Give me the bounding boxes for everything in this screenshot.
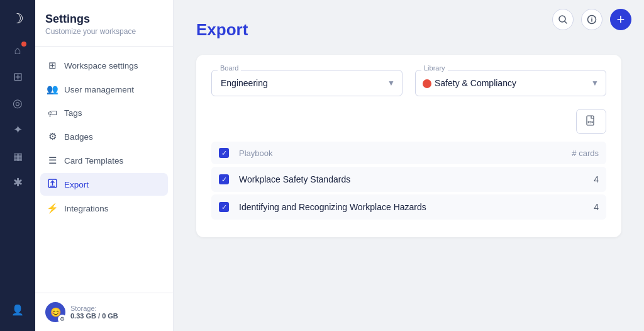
export-card: Board Engineering Marketing Product Desi…	[196, 55, 621, 237]
search-button[interactable]	[552, 9, 574, 30]
users-icon: 👥	[47, 84, 58, 95]
nav-home[interactable]: ⌂	[6, 39, 29, 62]
header-playbook: Playbook	[239, 149, 548, 158]
sidebar-item-tags[interactable]: 🏷 Tags	[40, 102, 168, 124]
row-checkbox-2[interactable]: ✓	[219, 202, 229, 212]
nav-settings-user[interactable]: 👤	[6, 298, 29, 321]
library-label: Library	[421, 64, 448, 72]
sidebar-item-label-users: User management	[64, 85, 134, 94]
table-row: ✓ Identifying and Recognizing Workplace …	[211, 194, 606, 220]
library-select[interactable]: Safety & Compliancy HR Policies Onboardi…	[415, 70, 606, 96]
avatar-gear-icon: ⚙	[58, 315, 67, 323]
sidebar-header: Settings Customize your workspace	[35, 0, 173, 47]
app-logo[interactable]: ☽	[6, 8, 29, 30]
row-check-1[interactable]: ✓	[219, 174, 239, 184]
sidebar-item-workspace[interactable]: ⊞ Workspace settings	[40, 54, 168, 77]
pdf-button-row: PDF	[211, 109, 606, 134]
pdf-export-button[interactable]: PDF	[576, 109, 606, 134]
badges-icon: ⚙	[47, 131, 58, 142]
sidebar-item-label-integrations: Integrations	[64, 204, 109, 213]
header-check-col: ✓	[219, 148, 239, 158]
nav-chart[interactable]: ▦	[6, 145, 29, 167]
sidebar-item-label-workspace: Workspace settings	[64, 61, 138, 70]
row-name-2: Identifying and Recognizing Workplace Ha…	[239, 202, 548, 212]
add-button[interactable]: +	[610, 9, 631, 30]
select-all-checkbox[interactable]: ✓	[219, 148, 229, 158]
row-name-1: Workplace Safety Standards	[239, 174, 548, 184]
svg-text:PDF: PDF	[588, 121, 594, 124]
tags-icon: 🏷	[47, 108, 58, 118]
header-cards: # cards	[548, 149, 599, 158]
user-avatar[interactable]: 😊 ⚙	[45, 302, 65, 322]
sidebar: Settings Customize your workspace ⊞ Work…	[35, 0, 174, 331]
sidebar-item-label-card-templates: Card Templates	[64, 156, 123, 166]
nav-circle[interactable]: ◎	[6, 92, 29, 115]
sidebar-item-users[interactable]: 👥 User management	[40, 78, 168, 101]
sidebar-subtitle: Customize your workspace	[45, 27, 163, 36]
nav-grid[interactable]: ⊞	[6, 65, 29, 88]
sidebar-item-card-templates[interactable]: ☰ Card Templates	[40, 149, 168, 172]
sidebar-item-label-export: Export	[64, 180, 89, 189]
workspace-icon: ⊞	[47, 60, 58, 71]
sidebar-item-badges[interactable]: ⚙ Badges	[40, 125, 168, 148]
notification-dot	[21, 42, 26, 47]
board-dropdown-group: Board Engineering Marketing Product Desi…	[211, 70, 402, 96]
content-wrapper: + Export Board Engineering Marketing Pro…	[174, 0, 644, 331]
row-cards-2: 4	[548, 202, 599, 212]
board-select[interactable]: Engineering Marketing Product Design	[211, 70, 402, 96]
main-content: Export Board Engineering Marketing Produ…	[174, 0, 644, 331]
top-bar: +	[540, 0, 644, 39]
sidebar-item-export[interactable]: Export	[40, 173, 168, 196]
sidebar-item-label-tags: Tags	[64, 108, 82, 118]
svg-point-7	[591, 18, 592, 19]
info-button[interactable]	[581, 9, 602, 30]
storage-label: Storage:	[70, 305, 118, 312]
card-templates-icon: ☰	[47, 155, 58, 166]
sidebar-title: Settings	[45, 13, 163, 26]
integrations-icon: ⚡	[47, 203, 58, 214]
row-checkbox-1[interactable]: ✓	[219, 174, 229, 184]
table-header: ✓ Playbook # cards	[211, 142, 606, 164]
board-label: Board	[218, 64, 241, 72]
sidebar-footer: 😊 ⚙ Storage: 0.33 GB / 0 GB	[35, 293, 173, 331]
library-dropdown-group: Library Safety & Compliancy HR Policies …	[415, 70, 606, 96]
row-check-2[interactable]: ✓	[219, 202, 239, 212]
svg-line-4	[565, 21, 567, 23]
storage-value: 0.33 GB / 0 GB	[70, 312, 118, 320]
sidebar-item-integrations[interactable]: ⚡ Integrations	[40, 197, 168, 220]
dropdowns-row: Board Engineering Marketing Product Desi…	[211, 70, 606, 96]
sidebar-item-label-badges: Badges	[64, 132, 93, 142]
icon-bar: ☽ ⌂ ⊞ ◎ ✦ ▦ ✱ 👤	[0, 0, 35, 331]
nav-asterisk[interactable]: ✱	[6, 171, 29, 194]
nav-sparkle[interactable]: ✦	[6, 118, 29, 141]
row-cards-1: 4	[548, 174, 599, 184]
table-row: ✓ Workplace Safety Standards 4	[211, 167, 606, 192]
export-icon	[47, 179, 58, 190]
sidebar-nav: ⊞ Workspace settings 👥 User management 🏷…	[35, 47, 173, 293]
storage-info: Storage: 0.33 GB / 0 GB	[70, 305, 118, 320]
